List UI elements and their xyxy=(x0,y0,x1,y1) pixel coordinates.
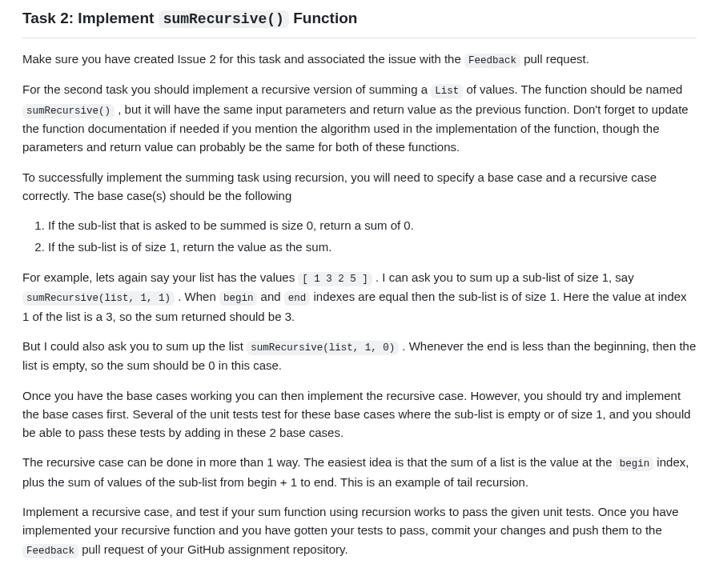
paragraph-basecase-impl: Once you have the base cases working you… xyxy=(22,386,697,442)
paragraph-intro: Make sure you have created Issue 2 for t… xyxy=(22,50,697,69)
text: pull request of your GitHub assignment r… xyxy=(78,542,348,556)
text: of values. The function should be named xyxy=(463,82,682,96)
document-content: Task 2: Implement sumRecursive() Functio… xyxy=(0,0,719,588)
text: Implement a recursive case, and test if … xyxy=(22,505,679,537)
text: Make sure you have created Issue 2 for t… xyxy=(22,52,464,66)
code-sumrecursive: sumRecursive() xyxy=(22,104,114,118)
code-call1: sumRecursive(list, 1, 1) xyxy=(22,291,175,306)
code-call2: sumRecursive(list, 1, 0) xyxy=(247,341,399,355)
code-array: [ 1 3 2 5 ] xyxy=(298,272,372,286)
text: , but it will have the same input parame… xyxy=(22,102,689,154)
code-begin: begin xyxy=(219,291,258,306)
code-feedback: Feedback xyxy=(464,54,520,68)
heading-code: sumRecursive() xyxy=(159,10,289,28)
text: and xyxy=(257,290,283,303)
paragraph-closing: Implement a recursive case, and test if … xyxy=(22,502,697,559)
code-end: end xyxy=(284,291,311,306)
paragraph-basecase-intro: To successfully implement the summing ta… xyxy=(22,168,697,206)
paragraph-recursive-case: The recursive case can be done in more t… xyxy=(22,453,697,491)
text: . I can ask you to sum up a sub-list of … xyxy=(372,270,634,284)
list-item: If the sub-list is of size 1, return the… xyxy=(48,238,697,257)
text: For example, lets again say your list ha… xyxy=(22,270,298,284)
text: The recursive case can be done in more t… xyxy=(22,455,616,469)
code-list: List xyxy=(431,84,463,98)
paragraph-task-desc: For the second task you should implement… xyxy=(22,80,697,156)
paragraph-example1: For example, lets again say your list ha… xyxy=(22,268,697,326)
list-item: If the sub-list that is asked to be summ… xyxy=(48,216,697,235)
text: pull request. xyxy=(520,52,589,66)
text: But I could also ask you to sum up the l… xyxy=(22,339,247,353)
heading-suffix: Function xyxy=(289,10,357,26)
base-case-list: If the sub-list that is asked to be summ… xyxy=(22,216,697,257)
task-heading: Task 2: Implement sumRecursive() Functio… xyxy=(22,6,697,38)
text: . When xyxy=(175,290,219,303)
code-feedback2: Feedback xyxy=(22,544,78,558)
text: For the second task you should implement… xyxy=(22,82,431,96)
paragraph-example2: But I could also ask you to sum up the l… xyxy=(22,337,697,375)
heading-prefix: Task 2: Implement xyxy=(22,10,159,26)
code-begin2: begin xyxy=(616,457,654,471)
